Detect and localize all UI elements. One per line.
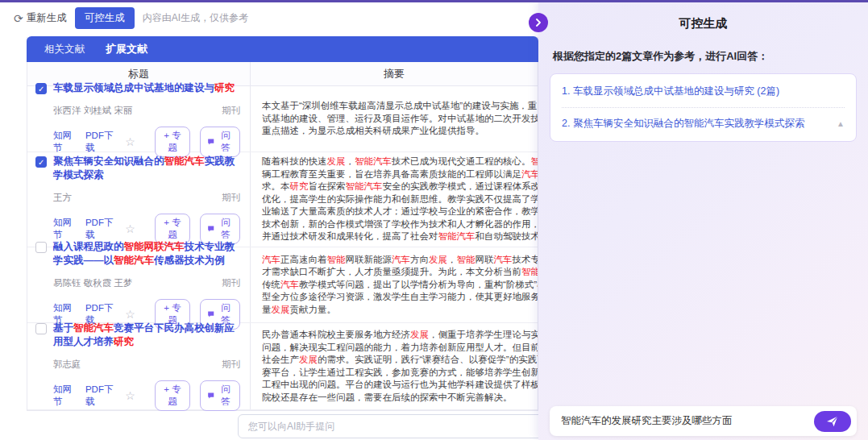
panel-title: 可控生成	[538, 16, 868, 31]
qa-button[interactable]: 问答	[200, 380, 240, 411]
reference-list: 1. 车载显示领域总成中试基地的建设与研究 (2篇)2. 聚焦车辆安全知识融合的…	[550, 73, 857, 142]
row-authors: 郭志庭	[53, 359, 81, 371]
row-pubtype: 期刊	[222, 105, 240, 117]
chat-bubble-icon	[207, 224, 214, 234]
row-abstract: 随着科技的快速发展，智能汽车技术已成为现代交通工程的核心。智能车辆安全的实践教辆…	[251, 152, 538, 247]
tab-related-literature[interactable]: 相关文献	[44, 43, 85, 56]
literature-tabs: 相关文献扩展文献	[27, 36, 538, 62]
row-abstract: 本文基于“深圳创维车载超高清显示总成中试基地”的建设与实施，重点讨论车载显示总试…	[251, 86, 538, 152]
reference-item[interactable]: 2. 聚焦车辆安全知识融合的智能汽车实践教学模式探索▲	[562, 107, 845, 139]
row-checkbox[interactable]	[35, 83, 47, 94]
panel-collapse-button[interactable]	[529, 13, 548, 32]
table-row: 聚焦车辆安全知识融合的智能汽车实践教学模式探索 王方 期刊 知网节 PDF下载 …	[27, 152, 538, 247]
title-cell: 融入课程思政的智能网联汽车技术专业教学实践——以智能汽车传感器技术为例 易陈钰 …	[27, 247, 251, 322]
collapse-triangle-icon[interactable]: ▲	[837, 119, 845, 128]
table-row: 车载显示领域总成中试基地的建设与研究 张西洋 刘桂斌 宋丽 期刊 知网节 PDF…	[27, 86, 538, 152]
panel-question-bar	[550, 406, 857, 436]
refresh-icon: ⟳	[14, 13, 23, 24]
row-pubtype: 期刊	[222, 359, 240, 371]
controllable-generation-panel: 可控生成 根据您指定的2篇文章作为参考，进行AI回答： 1. 车载显示领域总成中…	[538, 0, 868, 440]
favorite-star-icon[interactable]: ☆	[125, 223, 135, 235]
row-checkbox[interactable]	[35, 156, 47, 168]
send-button[interactable]	[814, 411, 851, 432]
chat-bubble-icon	[207, 391, 214, 401]
row-pubtype: 期刊	[222, 277, 240, 289]
regenerate-label: 重新生成	[27, 11, 67, 25]
row-title-link[interactable]: 基于智能汽车竞赛平台下民办高校创新应用型人才培养研究	[53, 322, 240, 349]
ask-ai-bar	[238, 414, 560, 438]
chat-bubble-icon	[207, 137, 214, 147]
generation-toolbar: ⟳ 重新生成 可控生成 内容由AI生成，仅供参考	[14, 7, 248, 29]
row-checkbox[interactable]	[35, 242, 47, 253]
tab-extended-literature[interactable]: 扩展文献	[106, 42, 147, 56]
literature-table: 相关文献扩展文献 标题 摘要 车载显示领域总成中试基地的建设与研究 张西洋 刘桂…	[27, 37, 538, 411]
table-row: 基于智能汽车竞赛平台下民办高校创新应用型人才培养研究 郭志庭 期刊 知网节 PD…	[27, 323, 538, 410]
row-title-link[interactable]: 车载显示领域总成中试基地的建设与研究	[53, 81, 235, 95]
title-cell: 聚焦车辆安全知识融合的智能汽车实践教学模式探索 王方 期刊 知网节 PDF下载 …	[27, 152, 251, 247]
row-authors: 易陈钰 敬秋霞 王梦	[53, 277, 132, 289]
cnki-node-link[interactable]: 知网节	[53, 130, 76, 154]
favorite-star-icon[interactable]: ☆	[125, 136, 135, 147]
row-pubtype: 期刊	[222, 192, 240, 204]
reference-item-label: 1. 车载显示领域总成中试基地的建设与研究 (2篇)	[562, 85, 779, 98]
row-authors: 王方	[53, 192, 72, 204]
cnki-node-link[interactable]: 知网节	[53, 217, 76, 241]
panel-instruction: 根据您指定的2篇文章作为参考，进行AI回答：	[553, 49, 853, 64]
pdf-download-link[interactable]: PDF下载	[85, 130, 115, 154]
title-cell: 基于智能汽车竞赛平台下民办高校创新应用型人才培养研究 郭志庭 期刊 知网节 PD…	[27, 323, 251, 409]
pdf-download-link[interactable]: PDF下载	[85, 217, 115, 241]
reference-item[interactable]: 1. 车载显示领域总成中试基地的建设与研究 (2篇)	[562, 76, 845, 107]
favorite-star-icon[interactable]: ☆	[125, 309, 135, 320]
reference-item-label: 2. 聚焦车辆安全知识融合的智能汽车实践教学模式探索	[562, 117, 804, 131]
ai-disclaimer: 内容由AI生成，仅供参考	[143, 11, 248, 25]
pdf-download-link[interactable]: PDF下载	[85, 384, 115, 408]
row-abstract: 民办普通本科院校主要服务地方经济发展，侧重于培养学生理论与实践的结合能力，注重问…	[251, 323, 538, 409]
chat-bubble-icon	[207, 309, 214, 319]
favorite-star-icon[interactable]: ☆	[125, 390, 135, 401]
row-title-link[interactable]: 聚焦车辆安全知识融合的智能汽车实践教学模式探索	[53, 155, 240, 182]
table-row: 融入课程思政的智能网联汽车技术专业教学实践——以智能汽车传感器技术为例 易陈钰 …	[27, 247, 538, 323]
chevron-right-icon	[534, 19, 542, 27]
question-input[interactable]	[561, 416, 814, 427]
add-topic-button[interactable]: + 专题	[155, 380, 191, 411]
paper-plane-icon	[826, 416, 839, 427]
title-cell: 车载显示领域总成中试基地的建设与研究 张西洋 刘桂斌 宋丽 期刊 知网节 PDF…	[27, 86, 251, 152]
row-title-link[interactable]: 融入课程思政的智能网联汽车技术专业教学实践——以智能汽车传感器技术为例	[53, 240, 240, 268]
row-abstract: 汽车正高速向着智能网联新能源汽车方向发展，智能网联汽车技术专业应运而生。智能网才…	[251, 247, 538, 322]
row-authors: 张西洋 刘桂斌 宋丽	[53, 105, 132, 117]
controllable-generate-button[interactable]: 可控生成	[75, 7, 135, 29]
row-checkbox[interactable]	[35, 323, 47, 334]
cnki-node-link[interactable]: 知网节	[53, 384, 76, 408]
table-body: 车载显示领域总成中试基地的建设与研究 张西洋 刘桂斌 宋丽 期刊 知网节 PDF…	[27, 86, 538, 410]
regenerate-button[interactable]: ⟳ 重新生成	[14, 11, 67, 25]
ask-ai-input[interactable]	[238, 414, 560, 438]
column-header-abstract: 摘要	[251, 62, 538, 85]
